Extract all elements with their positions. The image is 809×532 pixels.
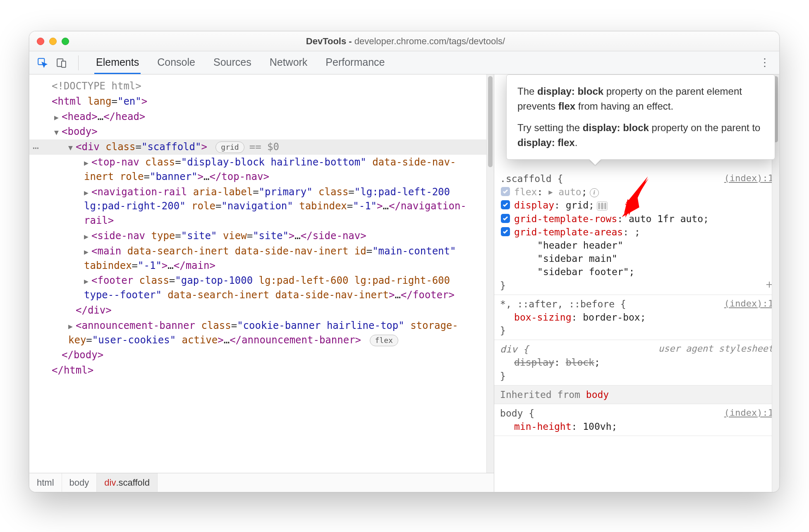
rule-source-link[interactable]: user agent stylesheet	[658, 343, 773, 355]
maximize-window-button[interactable]	[62, 38, 69, 45]
dom-node[interactable]: ▶<head>…</head>	[29, 109, 494, 125]
css-rule[interactable]: div {user agent stylesheetdisplay: block…	[494, 340, 779, 386]
toggle-declaration-checkbox[interactable]	[501, 227, 510, 236]
dom-scrollbar[interactable]	[486, 74, 494, 473]
inherited-from-header: Inherited from body	[494, 386, 779, 404]
inspect-element-icon[interactable]	[36, 56, 49, 69]
tab-network[interactable]: Network	[268, 51, 309, 74]
close-window-button[interactable]	[37, 38, 44, 45]
titlebar: DevTools - developer.chrome.com/tags/dev…	[29, 31, 779, 51]
dom-node[interactable]: ▶<side-nav type="site" view="site">…</si…	[29, 228, 494, 244]
dom-node[interactable]: ▼<div class="scaffold"> grid== $0	[29, 139, 494, 155]
dom-node[interactable]: </body>	[29, 347, 494, 363]
toggle-declaration-checkbox[interactable]	[501, 200, 510, 209]
info-icon[interactable]: i	[590, 188, 599, 197]
more-options-icon[interactable]: ⋮	[757, 56, 773, 69]
devtools-window: DevTools - developer.chrome.com/tags/dev…	[29, 31, 780, 492]
dom-node[interactable]: </html>	[29, 363, 494, 378]
crumb-div-scaffold[interactable]: div.scaffold	[97, 473, 158, 492]
dom-node[interactable]: <!DOCTYPE html>	[29, 79, 494, 94]
dom-node[interactable]: <html lang="en">	[29, 94, 494, 109]
minimize-window-button[interactable]	[49, 38, 57, 45]
tab-sources[interactable]: Sources	[212, 51, 253, 74]
dom-node[interactable]: ▶<footer class="gap-top-1000 lg:pad-left…	[29, 273, 494, 303]
css-declaration-value-line: "sidebar footer";	[500, 265, 773, 278]
dom-node[interactable]: ▶<announcement-banner class="cookie-bann…	[29, 318, 494, 348]
tab-performance[interactable]: Performance	[324, 51, 386, 74]
tab-console[interactable]: Console	[156, 51, 197, 74]
rule-source-link[interactable]: (index):1	[724, 407, 773, 419]
tab-elements[interactable]: Elements	[94, 51, 141, 74]
toolbar: Elements Console Sources Network Perform…	[29, 51, 779, 74]
elements-panel: <!DOCTYPE html><html lang="en">▶<head>…<…	[29, 74, 494, 492]
breadcrumb: html body div.scaffold	[29, 473, 494, 492]
device-toolbar-icon[interactable]	[55, 56, 68, 69]
dom-node[interactable]: ▶<top-nav class="display-block hairline-…	[29, 155, 494, 185]
css-declaration[interactable]: box-sizing: border-box;	[500, 311, 773, 324]
crumb-html[interactable]: html	[29, 473, 62, 492]
dom-node[interactable]: </div>	[29, 303, 494, 318]
rule-source-link[interactable]: (index):1	[724, 172, 773, 185]
css-rule[interactable]: *, ::after, ::before {(index):1box-sizin…	[494, 295, 779, 340]
svg-rect-2	[62, 61, 66, 67]
css-rule[interactable]: body {(index):1min-height: 100vh;	[494, 404, 779, 436]
css-declaration[interactable]: min-height: 100vh;	[500, 420, 773, 433]
toolbar-divider	[78, 55, 79, 70]
hint-tooltip: The display: block property on the paren…	[506, 74, 775, 160]
dom-tree[interactable]: <!DOCTYPE html><html lang="en">▶<head>…<…	[29, 74, 494, 473]
css-declaration[interactable]: display: block;	[500, 356, 773, 369]
title-prefix: DevTools -	[306, 36, 354, 46]
window-controls	[37, 38, 69, 45]
css-declaration[interactable]: grid-template-areas: ;	[500, 225, 773, 239]
toggle-declaration-checkbox[interactable]	[501, 187, 510, 196]
panel-tabs: Elements Console Sources Network Perform…	[89, 51, 386, 74]
crumb-body[interactable]: body	[62, 473, 97, 492]
css-declaration-value-line: "header header"	[500, 239, 773, 252]
grid-badge-icon[interactable]	[597, 201, 608, 211]
dom-node[interactable]: ▼<body>	[29, 124, 494, 139]
main-split: <!DOCTYPE html><html lang="en">▶<head>…<…	[29, 74, 779, 492]
title-url: developer.chrome.com/tags/devtools/	[354, 36, 505, 46]
toggle-declaration-checkbox[interactable]	[501, 214, 510, 223]
css-declaration-value-line: "sidebar main"	[500, 252, 773, 265]
rule-source-link[interactable]: (index):1	[724, 297, 773, 310]
dom-node[interactable]: ▶<navigation-rail aria-label="primary" c…	[29, 185, 494, 228]
dom-node[interactable]: ▶<main data-search-inert data-side-nav-i…	[29, 244, 494, 273]
window-title: DevTools - developer.chrome.com/tags/dev…	[69, 36, 742, 47]
styles-panel: .scaffold {(index):1flex: ▶ auto;idispla…	[494, 74, 779, 492]
